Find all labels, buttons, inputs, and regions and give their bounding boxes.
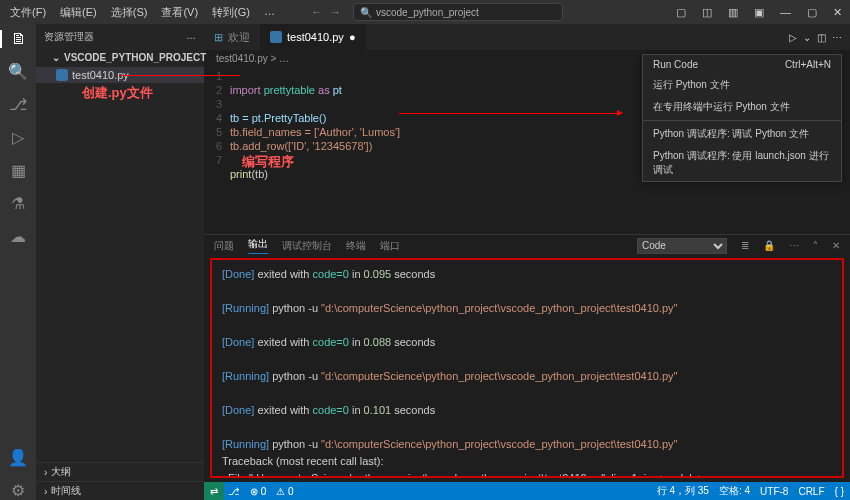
menu-select[interactable]: 选择(S) (105, 3, 154, 22)
chevron-down-icon: ⌄ (52, 52, 60, 63)
activity-explorer-icon[interactable]: 🗎 (0, 30, 36, 48)
activity-debug-icon[interactable]: ▷ (12, 128, 24, 147)
outline-label: 大纲 (51, 465, 71, 479)
tab-welcome[interactable]: ⊞ 欢迎 (204, 24, 260, 50)
run-context-menu: Run CodeCtrl+Alt+N 运行 Python 文件 在专用终端中运行… (642, 54, 842, 182)
run-button-icon[interactable]: ▷ (789, 32, 797, 43)
tab-file-label: test0410.py (287, 31, 344, 43)
annotation-arrow-2 (399, 113, 619, 114)
tab-welcome-label: 欢迎 (228, 30, 250, 45)
panel-tab-problems[interactable]: 问题 (214, 239, 234, 253)
status-branch[interactable]: ⎇ (228, 486, 240, 497)
status-cursor[interactable]: 行 4，列 35 (657, 484, 709, 498)
sidebar-title: 资源管理器 (44, 30, 94, 44)
activity-settings-icon[interactable]: ⚙ (11, 481, 25, 500)
output-lock-icon[interactable]: 🔒 (763, 240, 775, 251)
sidebar-more-icon[interactable]: … (186, 30, 196, 44)
timeline-label: 时间线 (51, 484, 81, 498)
status-eol[interactable]: CRLF (798, 486, 824, 497)
tab-file[interactable]: test0410.py ● (260, 24, 366, 50)
ctx-run-code[interactable]: Run CodeCtrl+Alt+N (643, 55, 841, 74)
timeline-section[interactable]: ›时间线 (36, 481, 204, 500)
panel-tab-terminal[interactable]: 终端 (346, 239, 366, 253)
sidebar-project[interactable]: ⌄ VSCODE_PYTHON_PROJECT (36, 50, 204, 67)
menu-more[interactable]: … (258, 3, 281, 22)
split-editor-icon[interactable]: ◫ (817, 32, 826, 43)
search-text: vscode_python_project (376, 7, 479, 18)
activity-cloud-icon[interactable]: ☁ (10, 227, 26, 246)
tab-dirty-icon: ● (349, 31, 356, 43)
annotation-write: 编写程序 (242, 155, 294, 169)
outline-section[interactable]: ›大纲 (36, 462, 204, 481)
activity-scm-icon[interactable]: ⎇ (9, 95, 27, 114)
panel-more-icon[interactable]: ⋯ (789, 240, 799, 251)
status-indent[interactable]: 空格: 4 (719, 484, 750, 498)
panel-maximize-icon[interactable]: ˄ (813, 240, 818, 251)
annotation-create: 创建.py文件 (82, 84, 204, 102)
layout-panel-icon[interactable]: ◫ (698, 4, 716, 21)
layout-custom-icon[interactable]: ▣ (750, 4, 768, 21)
maximize-icon[interactable]: ▢ (803, 4, 821, 21)
run-dropdown-icon[interactable]: ⌄ (803, 32, 811, 43)
status-remote[interactable]: ⇄ (204, 482, 224, 500)
activity-search-icon[interactable]: 🔍 (8, 62, 28, 81)
menu-file[interactable]: 文件(F) (4, 3, 52, 22)
python-file-icon (270, 31, 282, 43)
activity-extensions-icon[interactable]: ▦ (11, 161, 26, 180)
panel-tab-output[interactable]: 输出 (248, 237, 268, 254)
chevron-right-icon: › (44, 467, 47, 478)
nav-back-icon[interactable]: ← (311, 6, 322, 18)
ctx-run-terminal[interactable]: 在专用终端中运行 Python 文件 (643, 96, 841, 118)
minimize-icon[interactable]: — (776, 4, 795, 20)
activity-account-icon[interactable]: 👤 (8, 448, 28, 467)
panel-tab-ports[interactable]: 端口 (380, 239, 400, 253)
project-name: VSCODE_PYTHON_PROJECT (64, 52, 206, 63)
ctx-debug-python[interactable]: Python 调试程序: 调试 Python 文件 (643, 123, 841, 145)
vscode-icon: ⊞ (214, 31, 223, 44)
gutter: 1234567 (204, 69, 230, 195)
search-icon: 🔍 (360, 7, 372, 18)
status-warnings[interactable]: ⚠ 0 (276, 486, 293, 497)
status-lang[interactable]: { } (835, 486, 844, 497)
output-channel-select[interactable]: Code (637, 238, 727, 254)
layout-secondary-icon[interactable]: ▥ (724, 4, 742, 21)
chevron-right-icon: › (44, 486, 47, 497)
menu-edit[interactable]: 编辑(E) (54, 3, 103, 22)
output-settings-icon[interactable]: ≣ (741, 240, 749, 251)
command-center[interactable]: 🔍 vscode_python_project (353, 3, 563, 21)
ctx-debug-launch[interactable]: Python 调试程序: 使用 launch.json 进行调试 (643, 145, 841, 181)
activity-testing-icon[interactable]: ⚗ (11, 194, 25, 213)
layout-primary-icon[interactable]: ▢ (672, 4, 690, 21)
nav-forward-icon[interactable]: → (330, 6, 341, 18)
editor-more-icon[interactable]: ⋯ (832, 32, 842, 43)
menu-goto[interactable]: 转到(G) (206, 3, 256, 22)
panel-close-icon[interactable]: ✕ (832, 240, 840, 251)
status-errors[interactable]: ⊗ 0 (250, 486, 266, 497)
close-icon[interactable]: ✕ (829, 4, 846, 21)
ctx-run-python[interactable]: 运行 Python 文件 (643, 74, 841, 96)
panel-tab-debug[interactable]: 调试控制台 (282, 239, 332, 253)
output-panel[interactable]: [Done] exited with code=0 in 0.095 secon… (210, 258, 844, 478)
menu-view[interactable]: 查看(V) (155, 3, 204, 22)
status-encoding[interactable]: UTF-8 (760, 486, 788, 497)
